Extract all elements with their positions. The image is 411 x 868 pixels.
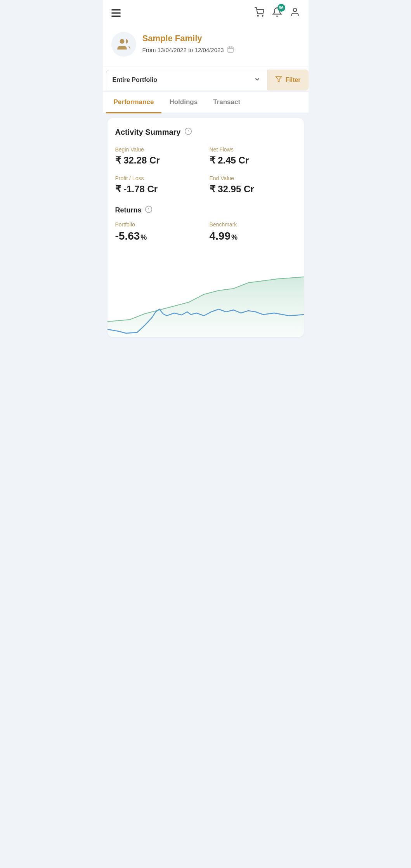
profit-loss-label: Profit / Loss bbox=[115, 175, 202, 181]
svg-point-3 bbox=[120, 39, 124, 44]
end-value-item: End Value ₹ 32.95 Cr bbox=[210, 175, 296, 195]
portfolio-returns-label: Portfolio bbox=[115, 221, 202, 228]
menu-button[interactable] bbox=[111, 9, 121, 17]
benchmark-returns-label: Benchmark bbox=[210, 221, 296, 228]
tab-holdings[interactable]: Holdings bbox=[161, 92, 205, 113]
returns-grid: Portfolio -5.63% Benchmark 4.99% bbox=[115, 221, 296, 242]
user-button[interactable] bbox=[290, 7, 300, 19]
portfolio-dropdown[interactable]: Entire Portfolio bbox=[106, 70, 268, 90]
filter-label: Filter bbox=[285, 77, 300, 83]
svg-marker-8 bbox=[276, 77, 282, 82]
returns-title: Returns bbox=[115, 205, 296, 215]
header-left bbox=[111, 9, 121, 17]
profile-info: Sample Family From 13/04/2022 to 12/04/2… bbox=[142, 32, 234, 54]
avatar bbox=[111, 32, 136, 57]
cart-icon bbox=[254, 7, 264, 19]
begin-value: ₹ 32.28 Cr bbox=[115, 155, 202, 166]
portfolio-returns-value: -5.63% bbox=[115, 230, 202, 242]
family-icon bbox=[117, 37, 131, 51]
profile-date: From 13/04/2022 to 12/04/2023 bbox=[142, 46, 234, 54]
portfolio-dropdown-label: Entire Portfolio bbox=[113, 77, 250, 83]
svg-point-1 bbox=[262, 16, 263, 16]
tab-performance[interactable]: Performance bbox=[106, 92, 162, 113]
header: 96 bbox=[103, 0, 309, 24]
portfolio-returns-item: Portfolio -5.63% bbox=[115, 221, 202, 242]
tab-bar: Performance Holdings Transact bbox=[103, 92, 309, 113]
net-flows-value: ₹ 2.45 Cr bbox=[210, 155, 296, 166]
benchmark-returns-item: Benchmark 4.99% bbox=[210, 221, 296, 242]
activity-summary-card: Activity Summary Begin Value ₹ 32.28 Cr … bbox=[108, 118, 304, 337]
bell-button[interactable]: 96 bbox=[272, 7, 282, 19]
filter-button[interactable]: Filter bbox=[267, 70, 308, 90]
profile-name: Sample Family bbox=[142, 33, 234, 43]
header-right: 96 bbox=[254, 7, 300, 19]
profit-loss-value: ₹ -1.78 Cr bbox=[115, 184, 202, 195]
activity-summary-info-icon[interactable] bbox=[184, 127, 192, 137]
tab-transact[interactable]: Transact bbox=[205, 92, 248, 113]
returns-section: Returns Portfolio -5.63% Benchmark 4.99% bbox=[115, 205, 296, 242]
svg-point-2 bbox=[293, 8, 297, 12]
performance-chart bbox=[108, 252, 304, 337]
activity-summary-title: Activity Summary bbox=[115, 127, 296, 137]
net-flows-item: Net Flows ₹ 2.45 Cr bbox=[210, 146, 296, 166]
end-value: ₹ 32.95 Cr bbox=[210, 184, 296, 195]
notification-badge: 96 bbox=[277, 4, 285, 12]
end-value-label: End Value bbox=[210, 175, 296, 181]
begin-value-label: Begin Value bbox=[115, 146, 202, 153]
filter-icon bbox=[275, 76, 282, 84]
chevron-down-icon bbox=[254, 76, 261, 84]
chart-svg bbox=[108, 252, 304, 337]
profile-section: Sample Family From 13/04/2022 to 12/04/2… bbox=[103, 24, 309, 66]
returns-info-icon[interactable] bbox=[145, 205, 153, 215]
svg-rect-4 bbox=[228, 47, 233, 52]
profit-loss-item: Profit / Loss ₹ -1.78 Cr bbox=[115, 175, 202, 195]
calendar-icon[interactable] bbox=[227, 46, 234, 54]
summary-grid: Begin Value ₹ 32.28 Cr Net Flows ₹ 2.45 … bbox=[115, 146, 296, 195]
svg-point-0 bbox=[257, 16, 258, 16]
user-icon bbox=[290, 7, 300, 19]
cart-button[interactable] bbox=[254, 7, 264, 19]
benchmark-area bbox=[108, 277, 304, 337]
benchmark-returns-value: 4.99% bbox=[210, 230, 296, 242]
filter-bar: Entire Portfolio Filter bbox=[103, 66, 309, 90]
begin-value-item: Begin Value ₹ 32.28 Cr bbox=[115, 146, 202, 166]
net-flows-label: Net Flows bbox=[210, 146, 296, 153]
